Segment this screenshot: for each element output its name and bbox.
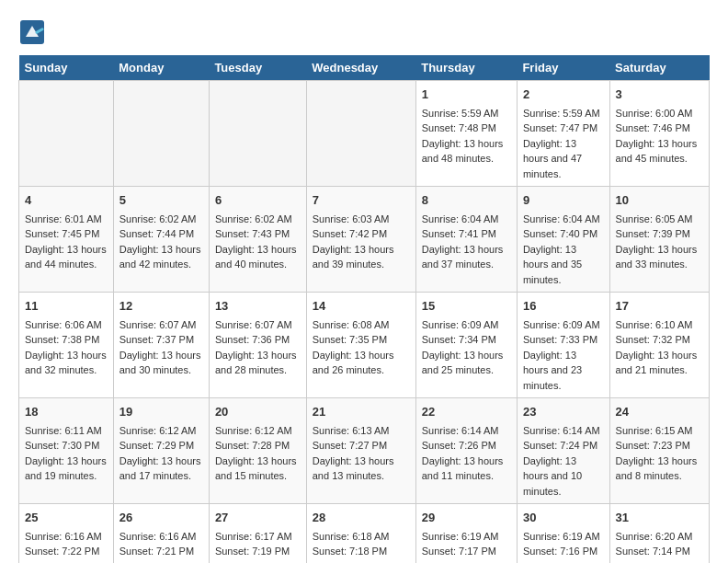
day-info: Sunrise: 6:13 AM (313, 423, 410, 439)
day-info: Sunrise: 6:02 AM (215, 212, 301, 227)
day-number: 23 (523, 403, 604, 421)
calendar-cell: 7Sunrise: 6:03 AMSunset: 7:42 PMDaylight… (306, 187, 415, 293)
day-info: Sunset: 7:43 PM (215, 226, 301, 242)
day-info: Sunset: 7:14 PM (616, 544, 703, 559)
calendar-cell: 13Sunrise: 6:07 AMSunset: 7:36 PMDayligh… (209, 293, 306, 398)
day-info: Sunset: 7:21 PM (119, 544, 203, 559)
calendar-cell: 25Sunrise: 6:16 AMSunset: 7:22 PMDayligh… (19, 504, 114, 564)
day-number: 31 (616, 509, 703, 527)
calendar-cell: 1Sunrise: 5:59 AMSunset: 7:48 PMDaylight… (415, 81, 517, 187)
calendar-cell: 22Sunrise: 6:14 AMSunset: 7:26 PMDayligh… (415, 398, 517, 504)
day-header-wednesday: Wednesday (306, 55, 415, 81)
day-info: Sunset: 7:36 PM (215, 332, 301, 348)
logo-icon (18, 18, 46, 46)
week-row-4: 18Sunrise: 6:11 AMSunset: 7:30 PMDayligh… (19, 398, 710, 504)
day-info: Sunset: 7:44 PM (119, 226, 203, 242)
day-number: 22 (422, 403, 511, 421)
day-number: 5 (119, 191, 203, 210)
day-number: 26 (119, 509, 203, 527)
day-info: Sunrise: 6:17 AM (215, 529, 301, 545)
calendar-cell: 17Sunrise: 6:10 AMSunset: 7:32 PMDayligh… (609, 293, 709, 398)
page-header (18, 18, 710, 46)
day-info: Daylight: 13 hours and 4 minutes. (119, 559, 203, 564)
calendar-cell: 8Sunrise: 6:04 AMSunset: 7:41 PMDaylight… (415, 187, 517, 293)
day-info: Sunrise: 6:11 AM (25, 423, 108, 439)
day-info: Sunset: 7:24 PM (523, 438, 604, 454)
day-info: Daylight: 13 hours and 33 minutes. (616, 242, 703, 272)
day-info: Sunset: 7:29 PM (119, 438, 203, 454)
day-info: Daylight: 13 hours and 13 minutes. (313, 454, 410, 484)
day-info: Sunrise: 6:09 AM (422, 317, 511, 333)
day-info: Sunrise: 5:59 AM (523, 106, 604, 121)
day-info: Sunrise: 6:04 AM (422, 212, 511, 227)
day-info: Sunrise: 6:19 AM (422, 529, 511, 545)
calendar-cell: 23Sunrise: 6:14 AMSunset: 7:24 PMDayligh… (517, 398, 609, 504)
day-info: Sunset: 7:28 PM (215, 438, 301, 454)
calendar-cell: 10Sunrise: 6:05 AMSunset: 7:39 PMDayligh… (609, 187, 709, 293)
week-row-5: 25Sunrise: 6:16 AMSunset: 7:22 PMDayligh… (19, 504, 710, 564)
calendar-cell: 6Sunrise: 6:02 AMSunset: 7:43 PMDaylight… (209, 187, 306, 293)
day-info: Sunset: 7:27 PM (313, 438, 410, 454)
day-header-thursday: Thursday (415, 55, 517, 81)
day-info: Sunrise: 6:08 AM (313, 317, 410, 333)
day-info: Daylight: 13 hours and 45 minutes. (616, 136, 703, 167)
calendar-cell: 3Sunrise: 6:00 AMSunset: 7:46 PMDaylight… (609, 81, 709, 187)
day-info: Sunrise: 6:14 AM (422, 423, 511, 439)
calendar-cell: 31Sunrise: 6:20 AMSunset: 7:14 PMDayligh… (609, 504, 709, 564)
day-info: Daylight: 13 hours and 19 minutes. (25, 454, 108, 484)
day-number: 14 (313, 297, 410, 316)
day-info: Daylight: 13 hours and 40 minutes. (215, 242, 301, 272)
calendar-cell: 15Sunrise: 6:09 AMSunset: 7:34 PMDayligh… (415, 293, 517, 398)
day-number: 8 (422, 191, 511, 210)
day-info: Sunrise: 6:16 AM (119, 529, 203, 545)
calendar-cell: 12Sunrise: 6:07 AMSunset: 7:37 PMDayligh… (113, 293, 209, 398)
calendar-cell (209, 81, 306, 187)
week-row-3: 11Sunrise: 6:06 AMSunset: 7:38 PMDayligh… (19, 293, 710, 398)
day-number: 19 (119, 403, 203, 421)
day-number: 21 (313, 403, 410, 421)
day-number: 6 (215, 191, 301, 210)
day-number: 28 (313, 509, 410, 527)
day-number: 30 (523, 509, 604, 527)
day-number: 3 (616, 86, 703, 104)
day-info: Sunrise: 6:12 AM (119, 423, 203, 439)
day-header-tuesday: Tuesday (209, 55, 306, 81)
day-info: Sunset: 7:30 PM (25, 438, 108, 454)
day-info: Sunset: 7:17 PM (422, 544, 511, 559)
day-number: 2 (523, 86, 604, 104)
day-info: Sunrise: 6:14 AM (523, 423, 604, 439)
day-info: Sunset: 7:46 PM (616, 121, 703, 136)
calendar-cell: 20Sunrise: 6:12 AMSunset: 7:28 PMDayligh… (209, 398, 306, 504)
day-header-monday: Monday (113, 55, 209, 81)
day-number: 29 (422, 509, 511, 527)
day-info: Sunset: 7:39 PM (616, 226, 703, 242)
day-info: Sunset: 7:23 PM (616, 438, 703, 454)
day-number: 27 (215, 509, 301, 527)
day-number: 9 (523, 191, 604, 210)
calendar-cell: 14Sunrise: 6:08 AMSunset: 7:35 PMDayligh… (306, 293, 415, 398)
day-info: Sunset: 7:32 PM (616, 332, 703, 348)
day-info: Sunset: 7:33 PM (523, 332, 604, 348)
calendar-cell: 21Sunrise: 6:13 AMSunset: 7:27 PMDayligh… (306, 398, 415, 504)
day-info: Daylight: 13 hours and 17 minutes. (119, 454, 203, 484)
day-info: Sunrise: 6:10 AM (616, 317, 703, 333)
day-info: Daylight: 13 hours and 35 minutes. (523, 242, 604, 288)
day-info: Sunrise: 6:15 AM (616, 423, 703, 439)
day-number: 17 (616, 297, 703, 316)
day-info: Sunrise: 6:16 AM (25, 529, 108, 545)
calendar-cell: 18Sunrise: 6:11 AMSunset: 7:30 PMDayligh… (19, 398, 114, 504)
day-info: Daylight: 13 hours and 0 minutes. (313, 559, 410, 564)
day-info: Daylight: 13 hours and 26 minutes. (313, 348, 410, 378)
day-info: Sunset: 7:34 PM (422, 332, 511, 348)
calendar-cell: 29Sunrise: 6:19 AMSunset: 7:17 PMDayligh… (415, 504, 517, 564)
day-info: Sunrise: 6:19 AM (523, 529, 604, 545)
day-info: Daylight: 13 hours and 32 minutes. (25, 348, 108, 378)
calendar-cell: 16Sunrise: 6:09 AMSunset: 7:33 PMDayligh… (517, 293, 609, 398)
day-info: Daylight: 13 hours and 25 minutes. (422, 348, 511, 378)
day-info: Sunset: 7:18 PM (313, 544, 410, 559)
day-info: Sunrise: 5:59 AM (422, 106, 511, 121)
day-info: Sunset: 7:48 PM (422, 121, 511, 136)
calendar-cell: 2Sunrise: 5:59 AMSunset: 7:47 PMDaylight… (517, 81, 609, 187)
calendar-cell (19, 81, 114, 187)
calendar-header-row: SundayMondayTuesdayWednesdayThursdayFrid… (19, 55, 710, 81)
